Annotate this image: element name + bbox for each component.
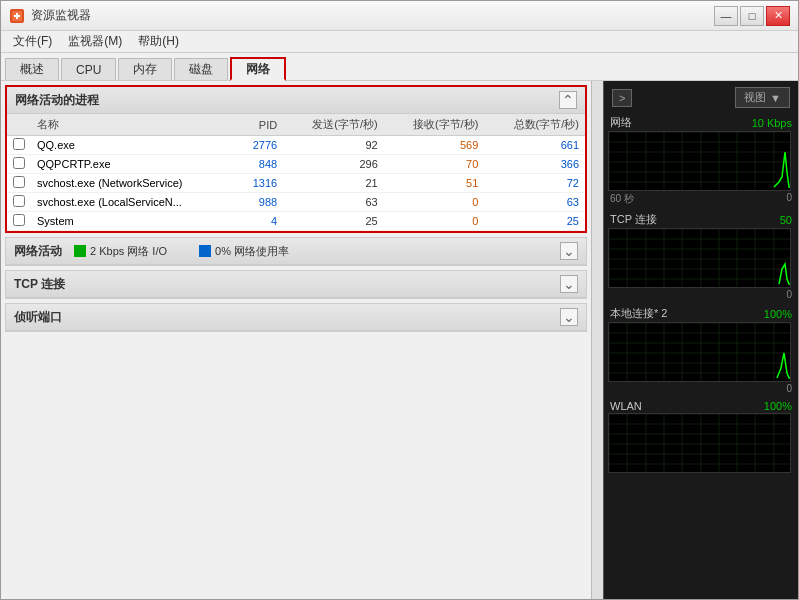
row-pid: 4 xyxy=(236,212,283,231)
main-scrollbar[interactable] xyxy=(591,81,603,599)
chart-canvas xyxy=(608,228,791,288)
view-button[interactable]: 视图 ▼ xyxy=(735,87,790,108)
listening-ports-header[interactable]: 侦听端口 ⌄ xyxy=(6,304,586,331)
chart-time xyxy=(608,473,794,475)
network-processes-title: 网络活动的进程 xyxy=(15,92,99,109)
network-processes-table: 名称 PID 发送(字节/秒) 接收(字节/秒) 总数(字节/秒) QQ.exe… xyxy=(7,114,585,231)
row-total: 366 xyxy=(484,155,585,174)
table-row[interactable]: QQPCRTP.exe 848 296 70 366 xyxy=(7,155,585,174)
chart-grid-svg xyxy=(609,323,791,382)
network-activity-toggle[interactable]: ⌄ xyxy=(560,242,578,260)
chart-zero: 0 xyxy=(786,192,792,206)
row-total: 72 xyxy=(484,174,585,193)
col-pid[interactable]: PID xyxy=(236,114,283,136)
row-name: QQPCRTP.exe xyxy=(31,155,236,174)
tab-overview[interactable]: 概述 xyxy=(5,58,59,80)
chart-canvas xyxy=(608,413,791,473)
table-row[interactable]: svchost.exe (NetworkService) 1316 21 51 … xyxy=(7,174,585,193)
main-content-area: 网络活动的进程 ⌃ 名称 PID 发送(字节/秒) 接收(字节/秒) 总数(字节… xyxy=(1,81,798,599)
row-checkbox[interactable] xyxy=(7,136,31,155)
listening-ports-section: 侦听端口 ⌄ xyxy=(5,303,587,332)
chart-grid-svg xyxy=(609,132,791,191)
menu-help[interactable]: 帮助(H) xyxy=(130,31,187,52)
row-total: 661 xyxy=(484,136,585,155)
indicator-io-text: 2 Kbps 网络 I/O xyxy=(90,244,167,259)
row-send: 92 xyxy=(283,136,384,155)
row-recv: 569 xyxy=(384,136,485,155)
nav-button[interactable]: > xyxy=(612,89,632,107)
network-processes-section: 网络活动的进程 ⌃ 名称 PID 发送(字节/秒) 接收(字节/秒) 总数(字节… xyxy=(5,85,587,233)
tab-network[interactable]: 网络 xyxy=(230,57,286,81)
col-send[interactable]: 发送(字节/秒) xyxy=(283,114,384,136)
right-panel-header: > 视图 ▼ xyxy=(608,85,794,110)
col-name[interactable]: 名称 xyxy=(31,114,236,136)
maximize-button[interactable]: □ xyxy=(740,6,764,26)
chart-grid-svg xyxy=(609,414,791,473)
title-bar: 资源监视器 — □ ✕ xyxy=(1,1,798,31)
row-checkbox[interactable] xyxy=(7,212,31,231)
row-name: svchost.exe (LocalServiceN... xyxy=(31,193,236,212)
indicator-io: 2 Kbps 网络 I/O xyxy=(74,244,167,259)
tcp-connections-title: TCP 连接 xyxy=(14,276,65,293)
tab-memory[interactable]: 内存 xyxy=(118,58,172,80)
menu-file[interactable]: 文件(F) xyxy=(5,31,60,52)
network-activity-title: 网络活动 xyxy=(14,243,62,260)
chart-value: 50 xyxy=(780,214,792,226)
row-send: 63 xyxy=(283,193,384,212)
menu-bar: 文件(F) 监视器(M) 帮助(H) xyxy=(1,31,798,53)
tcp-connections-header[interactable]: TCP 连接 ⌄ xyxy=(6,271,586,298)
row-send: 21 xyxy=(283,174,384,193)
app-icon xyxy=(9,8,25,24)
row-checkbox[interactable] xyxy=(7,193,31,212)
chart-value: 10 Kbps xyxy=(752,117,792,129)
indicator-usage-text: 0% 网络使用率 xyxy=(215,244,289,259)
chart-value: 100% xyxy=(764,308,792,320)
green-indicator-box xyxy=(74,245,86,257)
row-pid: 1316 xyxy=(236,174,283,193)
title-bar-left: 资源监视器 xyxy=(9,7,91,24)
network-activity-header[interactable]: 网络活动 2 Kbps 网络 I/O 0% 网络使用率 xyxy=(6,238,586,265)
chart-time: 0 xyxy=(608,382,794,395)
row-pid: 848 xyxy=(236,155,283,174)
row-total: 25 xyxy=(484,212,585,231)
chart-time: 60 秒 0 xyxy=(608,191,794,207)
chart-time-label: 60 秒 xyxy=(610,192,634,206)
indicator-usage: 0% 网络使用率 xyxy=(199,244,289,259)
listening-ports-toggle[interactable]: ⌄ xyxy=(560,308,578,326)
network-processes-header[interactable]: 网络活动的进程 ⌃ xyxy=(7,87,585,114)
chart-label-row: 网络 10 Kbps xyxy=(608,114,794,131)
main-window: 资源监视器 — □ ✕ 文件(F) 监视器(M) 帮助(H) 概述 CPU 内存… xyxy=(0,0,799,600)
col-recv[interactable]: 接收(字节/秒) xyxy=(384,114,485,136)
row-send: 25 xyxy=(283,212,384,231)
table-row[interactable]: svchost.exe (LocalServiceN... 988 63 0 6… xyxy=(7,193,585,212)
row-total: 63 xyxy=(484,193,585,212)
row-recv: 0 xyxy=(384,212,485,231)
row-checkbox[interactable] xyxy=(7,155,31,174)
table-row[interactable]: QQ.exe 2776 92 569 661 xyxy=(7,136,585,155)
col-total[interactable]: 总数(字节/秒) xyxy=(484,114,585,136)
network-processes-toggle[interactable]: ⌃ xyxy=(559,91,577,109)
title-text: 资源监视器 xyxy=(31,7,91,24)
tab-disk[interactable]: 磁盘 xyxy=(174,58,228,80)
close-button[interactable]: ✕ xyxy=(766,6,790,26)
row-recv: 51 xyxy=(384,174,485,193)
menu-monitor[interactable]: 监视器(M) xyxy=(60,31,130,52)
row-checkbox[interactable] xyxy=(7,174,31,193)
title-controls: — □ ✕ xyxy=(714,6,790,26)
minimize-button[interactable]: — xyxy=(714,6,738,26)
chart-block: WLAN 100% xyxy=(608,399,794,475)
right-panel: > 视图 ▼ 网络 10 Kbps 60 秒 0 T xyxy=(603,81,798,599)
blue-indicator-box xyxy=(199,245,211,257)
tab-cpu[interactable]: CPU xyxy=(61,58,116,80)
chart-block: 本地连接* 2 100% 0 xyxy=(608,305,794,395)
row-pid: 2776 xyxy=(236,136,283,155)
network-activity-inline: 网络活动 2 Kbps 网络 I/O 0% 网络使用率 xyxy=(14,243,560,260)
tcp-connections-toggle[interactable]: ⌄ xyxy=(560,275,578,293)
chart-canvas xyxy=(608,131,791,191)
chart-label: 本地连接* 2 xyxy=(610,306,667,321)
row-pid: 988 xyxy=(236,193,283,212)
view-label: 视图 xyxy=(744,90,766,105)
network-activity-section: 网络活动 2 Kbps 网络 I/O 0% 网络使用率 xyxy=(5,237,587,266)
chart-zero: 0 xyxy=(786,383,792,394)
table-row[interactable]: System 4 25 0 25 xyxy=(7,212,585,231)
